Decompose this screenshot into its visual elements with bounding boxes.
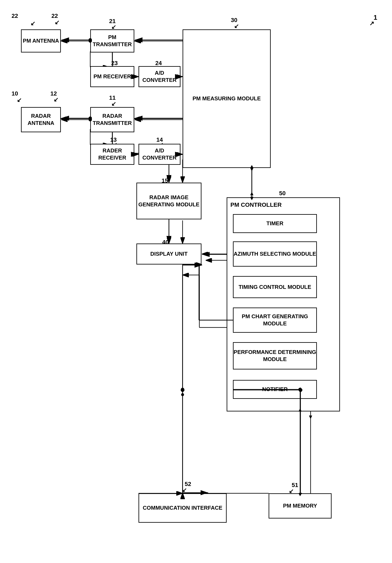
pm-transmitter-label: PM TRANSMITTER [91, 34, 134, 48]
ref-11-arrow: ↙ [111, 100, 116, 107]
pm-transmitter-block: PM TRANSMITTER [90, 29, 134, 52]
pm-controller-label: PM CONTROLLER [229, 200, 283, 210]
ad-converter-pm-block: A/D CONVERTER [139, 66, 180, 87]
pm-receiver-block: PM RECEIVER [90, 66, 134, 87]
ad-converter-radar-block: A/D CONVERTER [139, 144, 180, 165]
ref-10-arrow: ↙ [17, 97, 22, 103]
ref-1-arrow: ↗ [369, 20, 374, 27]
radar-image-block: RADAR IMAGE GENERATING MODULE [136, 183, 202, 219]
ad-converter-pm-label: A/D CONVERTER [139, 69, 180, 84]
azimuth-block: AZIMUTH SELECTING MODULE [233, 241, 317, 267]
ref-52-arrow: ↙ [182, 486, 187, 494]
notifier-label: NOTIFIER [262, 386, 288, 393]
pm-antenna-label: PM ANTENNA [23, 37, 59, 44]
pm-receiver-label: PM RECEIVER [93, 73, 131, 80]
radar-receiver-block: RADER RECEIVER [90, 144, 134, 165]
ref-12-arrow: ↙ [53, 96, 58, 103]
svg-point-27 [181, 393, 184, 396]
pm-antenna-block: PM ANTENNA [21, 29, 61, 52]
ad-converter-radar-label: A/D CONVERTER [139, 147, 180, 161]
pm-chart-label: PM CHART GENERATING MODULE [234, 313, 316, 327]
display-unit-label: DISPLAY UNIT [150, 250, 188, 257]
timer-label: TIMER [266, 220, 283, 227]
pm-measuring-module-label: PM MEASURING MODULE [193, 95, 261, 102]
svg-marker-20 [250, 192, 253, 195]
notifier-block: NOTIFIER [233, 380, 317, 399]
radar-transmitter-block: RADAR TRANSMITTER [90, 107, 134, 132]
ref-20-label: 22 [12, 13, 18, 19]
svg-marker-19 [250, 168, 253, 171]
diagram: 22 ↙ 22 ↙ 21 ↙ 1 ↗ 30 ↙ 23 ↙ 24 ↙ 10 ↙ 1… [0, 0, 392, 563]
pm-chart-block: PM CHART GENERATING MODULE [233, 307, 317, 333]
radar-antenna-block: RADAR ANTENNA [21, 107, 61, 132]
display-unit-block: DISPLAY UNIT [136, 243, 202, 265]
svg-point-58 [181, 388, 184, 391]
timing-control-block: TIMING CONTROL MODULE [233, 276, 317, 298]
ref-22-label: 22 [51, 13, 58, 19]
pm-measuring-module-block: PM MEASURING MODULE [183, 29, 271, 168]
communication-interface-label: COMMUNICATION INTERFACE [143, 504, 222, 512]
performance-label: PERFORMANCE DETERMINING MODULE [234, 349, 316, 363]
performance-block: PERFORMANCE DETERMINING MODULE [233, 342, 317, 370]
svg-point-96 [181, 388, 184, 392]
timing-control-label: TIMING CONTROL MODULE [239, 284, 311, 291]
svg-marker-31 [309, 416, 312, 419]
radar-image-label: RADAR IMAGE GENERATING MODULE [137, 194, 201, 208]
radar-receiver-label: RADER RECEIVER [91, 147, 134, 161]
ref-10-label: 10 [12, 90, 18, 97]
ref-30-arrow: ↙ [234, 23, 239, 30]
radar-antenna-label: RADAR ANTENNA [22, 113, 60, 127]
ref-22-arrow: ↙ [55, 19, 59, 26]
azimuth-label: AZIMUTH SELECTING MODULE [234, 250, 316, 257]
radar-transmitter-label: RADAR TRANSMITTER [91, 113, 134, 127]
timer-block: TIMER [233, 214, 317, 233]
communication-interface-block: COMMUNICATION INTERFACE [139, 493, 227, 523]
pm-memory-label: PM MEMORY [283, 502, 317, 510]
pm-memory-block: PM MEMORY [269, 493, 331, 519]
ref-20-arrow: ↙ [30, 20, 35, 27]
